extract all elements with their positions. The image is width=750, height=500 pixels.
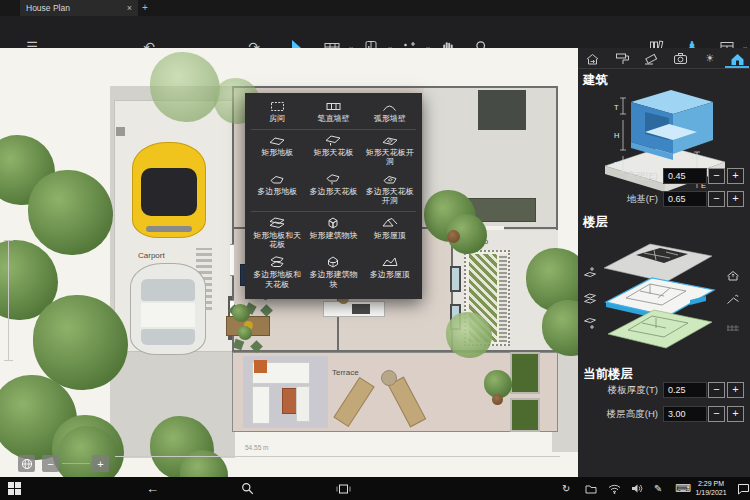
menu-item-rect-ceiling[interactable]: 矩形天花板 bbox=[305, 132, 361, 170]
plant-pot bbox=[492, 394, 503, 405]
roof-house-icon[interactable] bbox=[726, 268, 740, 282]
tree bbox=[446, 312, 492, 358]
back-button-icon[interactable]: ← bbox=[146, 480, 159, 497]
building-settings-home-icon[interactable] bbox=[728, 51, 746, 66]
foundation-minus-button[interactable]: − bbox=[708, 191, 725, 207]
tree bbox=[33, 295, 128, 390]
view-3d-globe-button[interactable] bbox=[18, 455, 35, 472]
taskbar-search-icon[interactable] bbox=[241, 480, 254, 497]
menu-item-arc-wall[interactable]: 弧形墙壁 bbox=[362, 98, 418, 127]
add-floor-below-icon[interactable] bbox=[583, 316, 597, 330]
dimension-line-vertical bbox=[8, 240, 9, 360]
car-windshield bbox=[141, 279, 195, 301]
room-label-terrace: Terrace bbox=[332, 368, 359, 377]
yellow-car bbox=[130, 142, 208, 238]
menu-item-poly-floor[interactable]: 多边形地板 bbox=[249, 171, 305, 209]
window bbox=[230, 244, 234, 276]
menu-item-poly-roof[interactable]: 多边形屋顶 bbox=[362, 253, 418, 292]
foundation-plus-button[interactable]: + bbox=[727, 191, 744, 207]
menu-item-straight-wall[interactable]: 笔直墙壁 bbox=[305, 98, 361, 127]
floor-height-input[interactable]: 3.00 bbox=[663, 406, 707, 422]
close-tab-icon[interactable]: × bbox=[127, 3, 132, 13]
slab-thickness-input[interactable]: 0.25 bbox=[663, 382, 707, 398]
slab-thickness-plus-button[interactable]: + bbox=[727, 382, 744, 398]
plant-pot bbox=[447, 230, 460, 243]
rect-ceiling-icon bbox=[325, 135, 341, 146]
menu-item-poly-ceiling-opening[interactable]: 多边形天花板开洞 bbox=[362, 171, 418, 209]
elevation-minus-button[interactable]: − bbox=[708, 168, 725, 184]
floors-stack[interactable] bbox=[598, 238, 720, 356]
zoom-out-button[interactable]: − bbox=[42, 455, 59, 472]
menu-item-rect-floor[interactable]: 矩形地板 bbox=[249, 132, 305, 170]
camera-icon[interactable] bbox=[671, 51, 689, 66]
clock-date: 1/19/2021 bbox=[688, 489, 734, 498]
elevation-plus-button[interactable]: + bbox=[727, 168, 744, 184]
floor-card-lower[interactable] bbox=[608, 310, 712, 348]
window bbox=[450, 266, 461, 292]
taskbar-clock[interactable]: 2:29 PM 1/19/2021 bbox=[688, 480, 734, 497]
elevation-input[interactable]: 0.45 bbox=[663, 168, 707, 184]
menu-item-room[interactable]: 房间 bbox=[249, 98, 305, 127]
dimension-tick bbox=[4, 360, 13, 361]
properties-panel: ☀ 建筑 T H F E bbox=[578, 48, 750, 477]
bush bbox=[238, 326, 252, 340]
new-tab-button[interactable]: + bbox=[142, 2, 148, 13]
fence-icon[interactable] bbox=[726, 320, 740, 334]
sync-tray-icon[interactable]: ↻ bbox=[562, 480, 570, 497]
floor-height-plus-button[interactable]: + bbox=[727, 406, 744, 422]
sun-brightness-icon[interactable]: ☀ bbox=[701, 51, 719, 66]
rect-roof-icon bbox=[382, 217, 398, 229]
menu-item-poly-building-block[interactable]: 多边形建筑物块 bbox=[305, 253, 361, 292]
menu-item-rect-building-block[interactable]: 矩形建筑物块 bbox=[305, 214, 361, 253]
floor-height-minus-button[interactable]: − bbox=[708, 406, 725, 422]
plan-canvas[interactable]: Carport Living 30.0 m² Dining Kitchen 26… bbox=[0, 48, 578, 477]
paint-roller-icon[interactable] bbox=[613, 51, 631, 66]
zoom-slider[interactable] bbox=[62, 463, 90, 464]
side-table bbox=[381, 370, 397, 386]
arc-wall-icon bbox=[382, 101, 397, 112]
car-bumper bbox=[146, 226, 192, 232]
add-floor-above-icon[interactable] bbox=[583, 266, 597, 280]
menu-item-poly-floor-and-ceiling[interactable]: 多边形地板和天花板 bbox=[249, 253, 305, 292]
start-button-icon[interactable] bbox=[8, 480, 21, 497]
eraser-icon[interactable] bbox=[641, 51, 659, 66]
foundation-input[interactable]: 0.65 bbox=[663, 191, 707, 207]
poly-ceiling-opening-icon bbox=[382, 174, 398, 185]
car-rear-window bbox=[141, 329, 195, 345]
furniture-block bbox=[478, 90, 526, 130]
room-icon bbox=[270, 101, 285, 112]
foundation-label: 地基(F) bbox=[627, 193, 658, 206]
poly-floor-icon bbox=[269, 174, 285, 185]
menu-item-poly-ceiling[interactable]: 多边形天花板 bbox=[305, 171, 361, 209]
task-view-icon[interactable] bbox=[336, 480, 351, 497]
elevation-label: 高程(E) bbox=[626, 170, 658, 183]
menu-item-rect-roof[interactable]: 矩形屋顶 bbox=[362, 214, 418, 253]
rect-ceiling-opening-icon bbox=[382, 135, 398, 146]
menu-item-rect-floor-and-ceiling[interactable]: 矩形地板和天花板 bbox=[249, 214, 305, 253]
planter-box bbox=[510, 398, 540, 432]
building-diagram: T H F E bbox=[593, 88, 733, 206]
slab-thickness-label: 楼板厚度(T) bbox=[608, 384, 658, 397]
wifi-icon[interactable] bbox=[608, 480, 621, 497]
floor-height-label: 楼层高度(H) bbox=[607, 408, 658, 421]
menu-item-rect-ceiling-opening[interactable]: 矩形天花板开洞 bbox=[362, 132, 418, 170]
action-center-icon[interactable] bbox=[737, 480, 750, 497]
rect-floor-icon bbox=[269, 135, 285, 146]
document-tab[interactable]: House Plan × bbox=[20, 0, 138, 16]
folder-tray-icon[interactable] bbox=[585, 480, 597, 497]
outdoor-chaise bbox=[252, 386, 270, 424]
zoom-in-button[interactable]: + bbox=[92, 455, 109, 472]
slab-thickness-minus-button[interactable]: − bbox=[708, 382, 725, 398]
toolbar: ☰ ↶ ↷ ⌄ ⌄ ⌄ ♟ bbox=[0, 16, 750, 48]
volume-icon[interactable] bbox=[631, 480, 643, 497]
pen-tray-icon[interactable]: ✎ bbox=[654, 480, 662, 497]
roof-slope-icon[interactable] bbox=[726, 293, 740, 307]
tree bbox=[28, 170, 113, 255]
furniture-mode-icon[interactable] bbox=[583, 51, 601, 66]
duplicate-floor-icon[interactable] bbox=[583, 291, 597, 305]
patio-deck-edge bbox=[499, 254, 507, 342]
poly-floor-and-ceiling-icon bbox=[269, 256, 285, 268]
titlebar: House Plan × + bbox=[0, 0, 750, 16]
poly-building-block-icon bbox=[326, 256, 340, 268]
dimension-tick bbox=[4, 240, 13, 241]
